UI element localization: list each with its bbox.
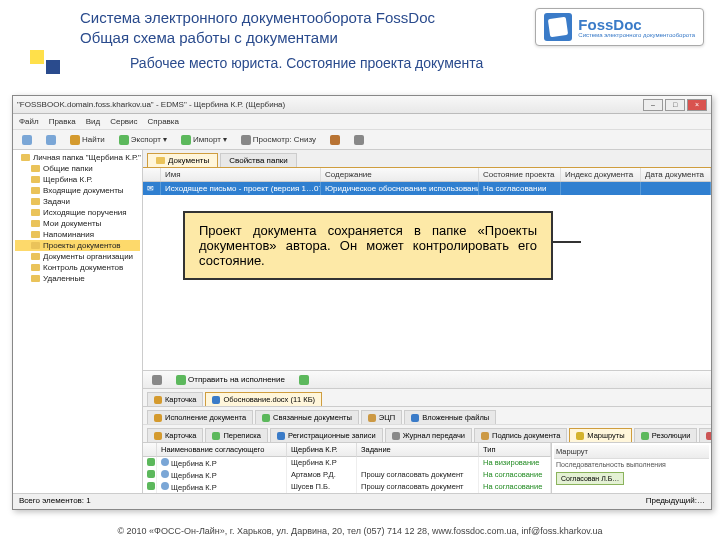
import-button[interactable]: Импорт ▾	[178, 134, 230, 146]
tree-item[interactable]: Напоминания	[15, 229, 140, 240]
folder-icon	[31, 220, 40, 227]
tree-item[interactable]: Общие папки	[15, 163, 140, 174]
sequence-step[interactable]: Согласован Л.Б…	[556, 472, 624, 485]
tree-item[interactable]: Контроль документов	[15, 262, 140, 273]
col-content[interactable]: Содержание	[321, 168, 479, 181]
cell-name: Исходящее письмо - проект (версия 1…07…	[161, 182, 321, 195]
folder-icon	[31, 176, 40, 183]
menu-view[interactable]: Вид	[86, 117, 100, 126]
forward-icon	[299, 375, 309, 385]
preview-mode-button[interactable]: Просмотр: Снизу	[238, 134, 319, 146]
route-side-title: Маршрут	[554, 445, 709, 459]
detail-tab[interactable]: Журнал передачи	[385, 428, 472, 442]
tree-item[interactable]: Личная папка "Щербина К.Р."	[15, 152, 140, 163]
nav-forward-button[interactable]	[43, 134, 59, 146]
user-icon	[161, 482, 169, 490]
app-window: "FOSSBOOK.domain.foss.kharkov.ua" - EDMS…	[12, 95, 712, 510]
status-icon	[147, 470, 155, 478]
detail-tab[interactable]: Напоминания	[699, 428, 711, 442]
detail-tab[interactable]: Маршруты	[569, 428, 631, 442]
find-button[interactable]: Найти	[67, 134, 108, 146]
annotation-callout: Проект документа сохраняется в папке «Пр…	[183, 211, 553, 280]
rcol-type[interactable]: Тип	[479, 443, 551, 457]
rcol-task[interactable]: Задание	[357, 443, 479, 457]
rcol-person[interactable]: Щербина К.Р.	[287, 443, 357, 457]
tab-icon	[481, 432, 489, 440]
tab-icon	[262, 414, 270, 422]
card-subtab[interactable]: Исполнение документа	[147, 410, 253, 424]
detail-tab[interactable]: Подпись документа	[474, 428, 567, 442]
cell-state: На согласовании	[479, 182, 561, 195]
card-subtab[interactable]: ЭЦП	[361, 410, 402, 424]
tab-icon	[641, 432, 649, 440]
card-tab-card[interactable]: Карточка	[147, 392, 203, 406]
status-count: Всего элементов: 1	[19, 496, 91, 507]
col-date[interactable]: Дата документа	[641, 168, 711, 181]
menu-edit[interactable]: Правка	[49, 117, 76, 126]
tree-item[interactable]: Задачи	[15, 196, 140, 207]
minimize-button[interactable]: –	[643, 99, 663, 111]
close-button[interactable]: ×	[687, 99, 707, 111]
col-index[interactable]: Индекс документа	[561, 168, 641, 181]
content-tabs: Документы Свойства папки	[143, 150, 711, 168]
header-title-2: Общая схема работы с документами	[80, 28, 435, 48]
detail-tab[interactable]: Переписка	[205, 428, 268, 442]
window-title: "FOSSBOOK.domain.foss.kharkov.ua" - EDMS…	[17, 100, 285, 109]
col-state[interactable]: Состояние проекта	[479, 168, 561, 181]
cell-date	[641, 182, 711, 195]
detail-tab[interactable]: Регистрационные записи	[270, 428, 383, 442]
tool-button-b[interactable]	[351, 134, 367, 146]
route-grid: Наименование согласующего Щербина К.Р. З…	[143, 443, 551, 493]
sequence-label: Последовательность выполнения	[554, 459, 709, 470]
document-row[interactable]: ✉ Исходящее письмо - проект (версия 1…07…	[143, 182, 711, 195]
tab-icon	[154, 414, 162, 422]
tab-icon	[576, 432, 584, 440]
tree-item[interactable]: Удаленные	[15, 273, 140, 284]
detail-tab[interactable]: Карточка	[147, 428, 203, 442]
tree-item[interactable]: Мои документы	[15, 218, 140, 229]
rcol-name[interactable]: Наименование согласующего	[157, 443, 287, 457]
card-subtab[interactable]: Связанные документы	[255, 410, 359, 424]
tree-item[interactable]: Исходящие поручения	[15, 207, 140, 218]
user-icon	[161, 458, 169, 466]
route-side-panel: Маршрут Последовательность выполнения Со…	[551, 443, 711, 493]
tree-item[interactable]: Щербина К.Р.	[15, 174, 140, 185]
card-subtab[interactable]: Вложенные файлы	[404, 410, 496, 424]
word-icon	[212, 396, 220, 404]
tree-item[interactable]: Входящие документы	[15, 185, 140, 196]
print-button[interactable]	[149, 374, 165, 386]
tree-item[interactable]: Проекты документов	[15, 240, 140, 251]
status-icon	[147, 458, 155, 466]
menu-file[interactable]: Файл	[19, 117, 39, 126]
send-exec-button[interactable]: Отправить на исполнение	[173, 374, 288, 386]
search-icon	[70, 135, 80, 145]
forward-button[interactable]	[296, 374, 312, 386]
cell-index	[561, 182, 641, 195]
tab-icon	[411, 414, 419, 422]
export-button[interactable]: Экспорт ▾	[116, 134, 170, 146]
tab-folder-props[interactable]: Свойства папки	[220, 153, 296, 167]
detail-tab[interactable]: Резолюции	[634, 428, 698, 442]
tool-button-a[interactable]	[327, 134, 343, 146]
menu-service[interactable]: Сервис	[110, 117, 137, 126]
tree-item[interactable]: Документы организации	[15, 251, 140, 262]
tab-documents[interactable]: Документы	[147, 153, 218, 167]
nav-back-button[interactable]	[19, 134, 35, 146]
col-name[interactable]: Имя	[161, 168, 321, 181]
maximize-button[interactable]: □	[665, 99, 685, 111]
status-right: Предыдущий:…	[646, 496, 705, 507]
header-title-1: Система электронного документооборота Fo…	[80, 8, 435, 28]
documents-grid-header: Имя Содержание Состояние проекта Индекс …	[143, 168, 711, 182]
route-row[interactable]: Щербина К.РШусев П.Б.Прошу согласовать д…	[143, 481, 551, 493]
card-tab-attachment[interactable]: Обоснование.docx (11 КБ)	[205, 392, 322, 406]
user-icon	[161, 470, 169, 478]
tab-icon	[368, 414, 376, 422]
logo-icon	[544, 13, 572, 41]
logo-sub: Система электронного документооборота	[578, 32, 695, 38]
window-titlebar: "FOSSBOOK.domain.foss.kharkov.ua" - EDMS…	[13, 96, 711, 114]
route-row[interactable]: Щербина К.РАртамов Р.Д.Прошу согласовать…	[143, 469, 551, 481]
export-icon	[119, 135, 129, 145]
route-row[interactable]: Щербина К.РЩербина К.РНа визирование	[143, 457, 551, 469]
folder-icon	[31, 242, 40, 249]
menu-help[interactable]: Справка	[148, 117, 179, 126]
